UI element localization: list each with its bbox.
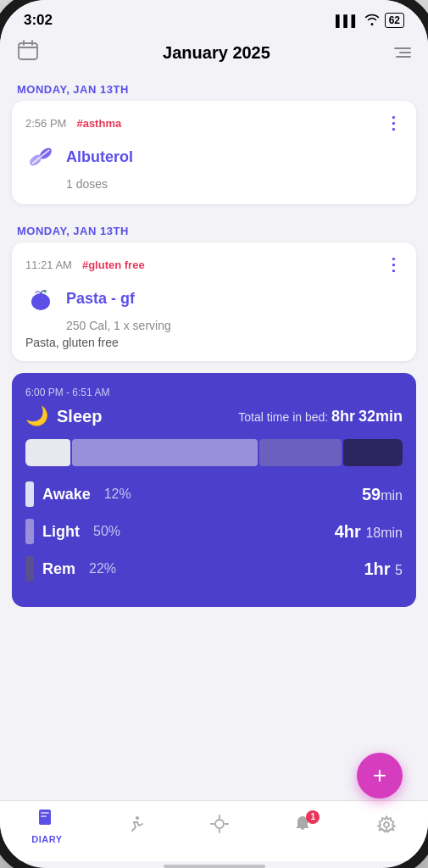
awake-segment	[25, 439, 70, 466]
add-button[interactable]: +	[357, 753, 403, 798]
rem-stat-left: Rem 22%	[25, 556, 116, 581]
alert-badge: 1	[306, 810, 320, 824]
home-indicator	[164, 865, 265, 868]
sleep-bar	[25, 439, 403, 466]
light-pct: 50%	[93, 524, 120, 539]
svg-point-11	[136, 816, 139, 820]
signal-icon: ▌▌▌	[336, 14, 359, 27]
awake-stat-left: Awake 12%	[25, 481, 131, 507]
sleep-card[interactable]: 6:00 PM - 6:51 AM 🌙 Sleep Total time in …	[12, 373, 416, 607]
food-detail: 250 Cal, 1 x serving	[25, 319, 403, 332]
svg-rect-9	[41, 812, 49, 814]
rem-label: Rem	[42, 560, 75, 578]
nav-diary[interactable]: DIARY	[31, 808, 62, 844]
medication-icon	[25, 142, 56, 172]
day-header-1: MONDAY, JAN 13TH	[0, 75, 428, 101]
medication-card[interactable]: 2:56 PM #asthma ⋮ Albuterol 1 doses	[12, 101, 416, 204]
bottom-nav: DIARY	[0, 800, 428, 861]
diary-label: DIARY	[31, 834, 62, 844]
rem-stat: Rem 22% 1hr 5	[25, 556, 403, 581]
light-icon	[25, 519, 34, 544]
light-label: Light	[42, 523, 80, 541]
entry-time: 2:56 PM	[25, 117, 66, 130]
insights-icon	[209, 814, 230, 839]
diary-icon	[36, 808, 57, 832]
svg-point-17	[384, 822, 389, 827]
sleep-title: Sleep	[57, 407, 102, 426]
item-row-2: Pasta - gf	[25, 283, 403, 314]
awake-duration: 59min	[362, 485, 403, 504]
entry-time-2: 11:21 AM	[25, 259, 72, 271]
status-bar: 3:02 ▌▌▌ 62	[0, 0, 428, 32]
svg-point-12	[215, 820, 224, 828]
wifi-icon	[364, 14, 380, 28]
rem-pct: 22%	[89, 561, 116, 576]
svg-rect-10	[41, 815, 47, 817]
more-options-icon-2[interactable]: ⋮	[385, 254, 403, 275]
medication-detail: 1 doses	[25, 177, 403, 191]
awake-stat: Awake 12% 59min	[25, 481, 403, 507]
sleep-moon-icon: 🌙	[25, 405, 48, 427]
header-title: January 2025	[163, 43, 270, 63]
deep-segment	[343, 439, 403, 466]
battery-icon: 62	[385, 13, 404, 28]
rem-duration: 1hr 5	[364, 559, 403, 579]
nav-insights[interactable]	[209, 814, 230, 839]
item-row: Albuterol	[25, 142, 403, 172]
nav-activity[interactable]	[125, 814, 146, 839]
light-duration: 4hr 18min	[335, 522, 403, 542]
sleep-title-group: 🌙 Sleep	[25, 405, 102, 427]
nav-alerts[interactable]: 1	[292, 814, 313, 839]
card-top-row: 2:56 PM #asthma ⋮	[25, 113, 403, 133]
food-icon	[25, 283, 56, 314]
gear-icon	[376, 815, 397, 838]
sleep-total: Total time in bed: 8hr 32min	[238, 408, 403, 426]
sleep-total-label: Total time in bed:	[238, 410, 328, 424]
status-icons: ▌▌▌ 62	[336, 13, 404, 28]
food-name: Pasta - gf	[66, 290, 135, 308]
awake-icon	[25, 481, 34, 507]
card-top-row-2: 11:21 AM #gluten free ⋮	[25, 254, 403, 275]
activity-icon	[125, 814, 146, 839]
rem-icon	[25, 556, 34, 581]
awake-pct: 12%	[104, 487, 131, 502]
sleep-total-mins: 32min	[359, 408, 403, 425]
menu-icon[interactable]	[394, 47, 411, 58]
light-stat-left: Light 50%	[25, 519, 120, 544]
food-card[interactable]: 11:21 AM #gluten free ⋮ Pasta - g	[12, 242, 416, 361]
sleep-total-hours: 8hr	[331, 408, 355, 425]
svg-point-7	[31, 293, 50, 310]
entry-tag-2: #gluten free	[82, 259, 145, 271]
more-options-icon[interactable]: ⋮	[385, 113, 403, 133]
entry-tag: #asthma	[76, 117, 121, 130]
app-header: January 2025	[0, 32, 428, 75]
food-description: Pasta, gluten free	[25, 336, 403, 349]
light-segment	[72, 439, 258, 466]
medication-name: Albuterol	[66, 148, 133, 166]
calendar-icon[interactable]	[17, 39, 39, 66]
scroll-content: MONDAY, JAN 13TH 2:56 PM #asthma ⋮	[0, 75, 428, 800]
sleep-header-row: 🌙 Sleep Total time in bed: 8hr 32min	[25, 405, 403, 427]
sleep-time-range: 6:00 PM - 6:51 AM	[25, 387, 403, 398]
rem-segment	[259, 439, 342, 466]
light-stat: Light 50% 4hr 18min	[25, 519, 403, 544]
nav-settings[interactable]	[376, 815, 397, 838]
day-header-2: MONDAY, JAN 13TH	[0, 216, 428, 242]
phone-shell: 3:02 ▌▌▌ 62 January 2025	[0, 0, 428, 868]
awake-label: Awake	[42, 486, 91, 504]
status-time: 3:02	[24, 12, 53, 29]
svg-rect-0	[19, 43, 37, 59]
